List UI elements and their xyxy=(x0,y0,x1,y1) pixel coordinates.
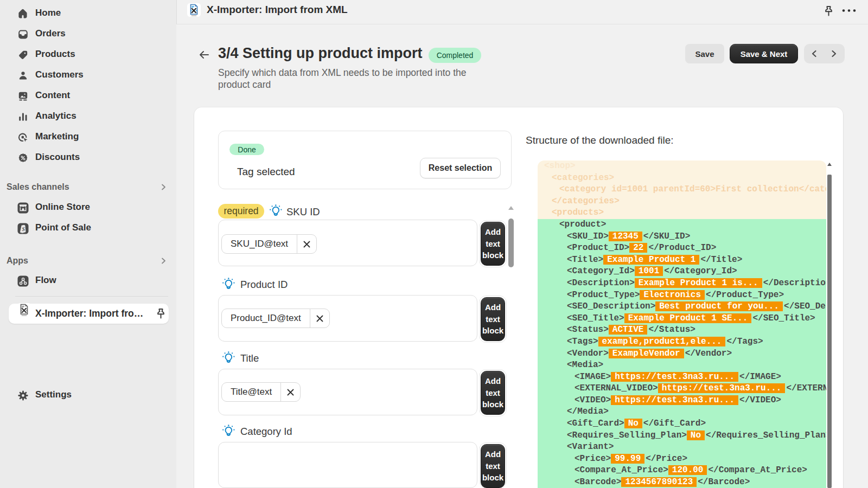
svg-text:S: S xyxy=(22,227,25,232)
